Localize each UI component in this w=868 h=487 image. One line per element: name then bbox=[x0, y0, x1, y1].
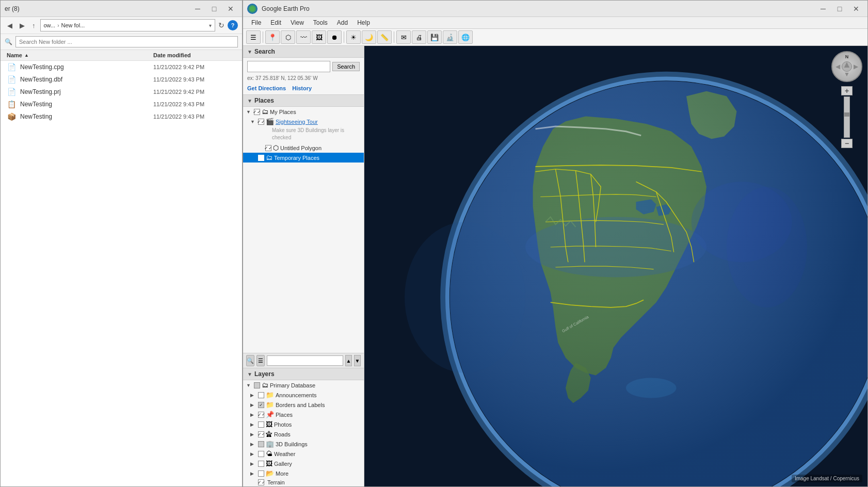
gep-maximize-button[interactable]: □ bbox=[832, 4, 847, 14]
map-attribution: Image Landsat / Copernicus bbox=[792, 475, 862, 482]
photos-checkbox[interactable] bbox=[258, 421, 264, 428]
terrain-checkbox[interactable]: ✓ bbox=[258, 479, 264, 485]
refresh-button[interactable]: ↻ bbox=[217, 20, 226, 30]
layer-photos[interactable]: ▶ 🖼 Photos bbox=[243, 419, 364, 429]
places-up-btn[interactable]: ▲ bbox=[345, 355, 352, 366]
compass-right-arrow: ▶ bbox=[854, 63, 858, 70]
places-my-places[interactable]: ▼ ✓ 🗂 My Places bbox=[243, 107, 364, 117]
address-dropdown-arrow[interactable]: ▾ bbox=[209, 23, 212, 28]
list-item[interactable]: 📄 NewTesting.cpg 11/21/2022 9:42 PM bbox=[1, 61, 242, 73]
compass[interactable]: N ▲ ▼ ◀ ▶ bbox=[831, 51, 862, 82]
places-layer-checkbox[interactable]: ✓ bbox=[258, 412, 264, 418]
list-item[interactable]: 📋 NewTesting 11/21/2022 9:43 PM bbox=[1, 98, 242, 110]
help-button[interactable]: ? bbox=[228, 20, 238, 30]
sightseeing-label[interactable]: Sightseeing Tour bbox=[276, 119, 318, 125]
layer-primary-database[interactable]: ▼ 🗂 Primary Database bbox=[243, 380, 364, 390]
gep-left-panel: ▼ Search Search ex: 37 25.818' N, 122 05… bbox=[243, 46, 364, 486]
close-button[interactable]: ✕ bbox=[223, 4, 238, 14]
layer-places[interactable]: ▶ ✓ 📌 Places bbox=[243, 410, 364, 419]
gallery-icon: 🖼 bbox=[266, 460, 272, 467]
gallery-checkbox[interactable] bbox=[258, 461, 264, 467]
layer-gallery[interactable]: ▶ 🖼 Gallery bbox=[243, 459, 364, 468]
borders-checkbox[interactable]: ✓ bbox=[258, 402, 264, 408]
sightseeing-checkbox[interactable]: ✓ bbox=[258, 119, 264, 125]
announcements-checkbox[interactable] bbox=[258, 392, 264, 398]
places-untitled-polygon[interactable]: ✓ ⬡ Untitled Polygon bbox=[243, 143, 364, 153]
places-search-btn[interactable]: 🔍 bbox=[246, 355, 254, 366]
menu-add[interactable]: Add bbox=[333, 18, 352, 27]
toolbar-sky[interactable]: 🌙 bbox=[362, 30, 376, 44]
menu-tools[interactable]: Tools bbox=[309, 18, 332, 27]
layers-section-header[interactable]: ▼ Layers bbox=[243, 368, 364, 380]
toolbar-google-maps[interactable]: 🌐 bbox=[458, 30, 473, 44]
history-link[interactable]: History bbox=[292, 85, 312, 91]
list-item[interactable]: 📦 NewTesting 11/21/2022 9:43 PM bbox=[1, 110, 242, 123]
toolbar-save-image[interactable]: 💾 bbox=[427, 30, 442, 44]
sightseeing-sublabel: Make sure 3D Buildings layer is checked bbox=[243, 126, 364, 143]
photos-icon: 🖼 bbox=[266, 420, 272, 428]
up-button[interactable]: ↑ bbox=[29, 21, 38, 30]
layer-roads[interactable]: ▶ ✓ 🛣 Roads bbox=[243, 429, 364, 439]
col-date-header[interactable]: Date modified bbox=[153, 52, 236, 58]
gep-search-input[interactable] bbox=[247, 61, 330, 72]
toolbar-polygon[interactable]: ⬡ bbox=[281, 30, 295, 44]
layer-announcements[interactable]: ▶ 📁 Announcements bbox=[243, 390, 364, 400]
menu-file[interactable]: File bbox=[247, 18, 265, 27]
places-temporary-places[interactable]: 🗂 Temporary Places bbox=[243, 153, 364, 163]
menu-view[interactable]: View bbox=[286, 18, 308, 27]
toolbar-earth-engine[interactable]: 🔬 bbox=[443, 30, 457, 44]
toolbar-email[interactable]: ✉ bbox=[396, 30, 411, 44]
buildings-checkbox[interactable] bbox=[258, 441, 264, 447]
maximize-button[interactable]: □ bbox=[207, 4, 221, 14]
search-section-header[interactable]: ▼ Search bbox=[243, 46, 364, 58]
file-date: 11/21/2022 9:42 PM bbox=[153, 64, 236, 70]
toolbar-placemark[interactable]: 📍 bbox=[265, 30, 280, 44]
more-checkbox[interactable] bbox=[258, 470, 264, 477]
toolbar-sidebar-toggle[interactable]: ☰ bbox=[246, 30, 261, 44]
toolbar-record-tour[interactable]: ⏺ bbox=[327, 30, 342, 44]
compass-n-label: N bbox=[845, 54, 849, 59]
roads-checkbox[interactable]: ✓ bbox=[258, 431, 264, 437]
places-list-btn[interactable]: ☰ bbox=[256, 355, 265, 366]
toolbar-sun[interactable]: ☀ bbox=[346, 30, 361, 44]
toolbar-ruler[interactable]: 📏 bbox=[377, 30, 392, 44]
address-bar[interactable]: ow... › New fol... ▾ bbox=[40, 19, 216, 31]
gep-search-button[interactable]: Search bbox=[332, 62, 360, 71]
zoom-slider[interactable] bbox=[844, 96, 850, 138]
get-directions-link[interactable]: Get Directions bbox=[247, 85, 286, 91]
menu-help[interactable]: Help bbox=[353, 18, 374, 27]
col-name-header[interactable]: Name ▲ bbox=[7, 52, 153, 58]
back-button[interactable]: ◀ bbox=[5, 21, 15, 30]
minimize-button[interactable]: ─ bbox=[190, 4, 205, 14]
toolbar-path[interactable]: 〰 bbox=[296, 30, 311, 44]
temp-places-checkbox[interactable] bbox=[258, 155, 264, 161]
sort-arrow: ▲ bbox=[24, 53, 29, 58]
search-input-fe[interactable] bbox=[15, 36, 238, 47]
primary-db-checkbox[interactable] bbox=[254, 382, 260, 388]
toolbar-image-overlay[interactable]: 🖼 bbox=[312, 30, 326, 44]
menu-edit[interactable]: Edit bbox=[266, 18, 285, 27]
layer-weather[interactable]: ▶ 🌤 Weather bbox=[243, 449, 364, 459]
layer-terrain[interactable]: ✓ Terrain bbox=[243, 478, 364, 486]
weather-checkbox[interactable] bbox=[258, 451, 264, 457]
layer-borders-labels[interactable]: ▶ ✓ 📁 Borders and Labels bbox=[243, 400, 364, 410]
my-places-checkbox[interactable]: ✓ bbox=[254, 109, 260, 115]
places-down-btn[interactable]: ▼ bbox=[354, 355, 361, 366]
list-item[interactable]: 📄 NewTesting.prj 11/21/2022 9:42 PM bbox=[1, 86, 242, 98]
polygon-label: Untitled Polygon bbox=[280, 145, 322, 151]
gep-minimize-button[interactable]: ─ bbox=[816, 4, 830, 14]
address-part-2: New fol... bbox=[61, 22, 85, 28]
layer-more[interactable]: ▶ 📂 More bbox=[243, 468, 364, 478]
zoom-out-button[interactable]: − bbox=[841, 139, 853, 148]
forward-button[interactable]: ▶ bbox=[17, 21, 27, 30]
places-filter-input[interactable] bbox=[267, 355, 343, 366]
polygon-checkbox[interactable]: ✓ bbox=[265, 145, 271, 151]
zoom-in-button[interactable]: + bbox=[841, 86, 853, 95]
gep-close-button[interactable]: ✕ bbox=[849, 4, 863, 14]
layer-3d-buildings[interactable]: ▶ 🏢 3D Buildings bbox=[243, 439, 364, 449]
places-sightseeing-tour[interactable]: ▼ ✓ 🎬 Sightseeing Tour bbox=[243, 117, 364, 126]
list-item[interactable]: 📄 NewTesting.dbf 11/21/2022 9:43 PM bbox=[1, 73, 242, 86]
places-section-header[interactable]: ▼ Places bbox=[243, 95, 364, 107]
toolbar-print[interactable]: 🖨 bbox=[412, 30, 426, 44]
gep-map[interactable]: Gulf of California bbox=[364, 46, 867, 486]
